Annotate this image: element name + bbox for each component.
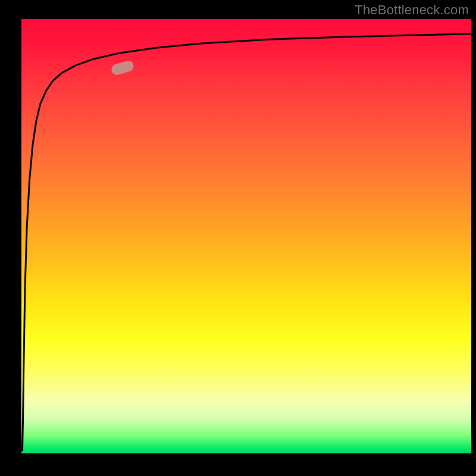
- curve-layer: [21, 19, 471, 453]
- bottleneck-curve: [23, 34, 472, 452]
- chart-stage: TheBottleneck.com: [0, 0, 476, 476]
- watermark-text: TheBottleneck.com: [355, 2, 469, 18]
